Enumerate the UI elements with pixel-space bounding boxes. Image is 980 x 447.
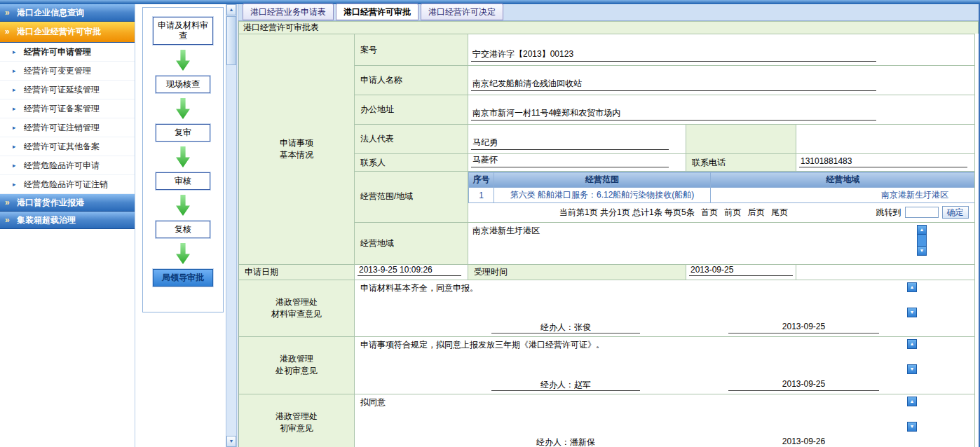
sidebar-item-license-filing[interactable]: ▸ 经营许可证备案管理 [0,99,135,118]
opinion-label-first-review: 港政管理 处初审意见 [239,336,355,394]
sidebar-group-cargo-report[interactable]: » 港口普货作业报港 [0,194,135,212]
down-arrow-icon [176,243,190,264]
scroll-down-icon[interactable]: ▼ [226,436,236,447]
scroll-down-icon[interactable]: ▼ [917,246,927,256]
tab-application-form[interactable]: 港口经营业务申请表 [243,4,334,20]
sidebar-item-license-other-filing[interactable]: ▸ 经营许可证其他备案 [0,137,135,156]
opinion-cell-initial-review: 拟同意 ▲ ▼ 经办人：潘新保 2013-09-26 [355,394,975,447]
operator-name: 经办人：潘新保 [491,436,640,447]
scroll-up-icon[interactable]: ▲ [226,4,236,15]
scroll-down-icon[interactable]: ▼ [907,308,917,317]
legal-rep-cell: 马纪勇 [468,125,686,154]
sidebar-item-license-cancel[interactable]: ▸ 经营许可证注销管理 [0,118,135,137]
tab-license-approval[interactable]: 港口经营许可审批 [336,4,418,20]
accept-time-cell: 2013-09-25 [686,264,796,280]
scroll-up-icon[interactable]: ▲ [907,282,917,292]
approval-form: 申请事项 基本情况 案号 宁交港许字【2013】00123 申请人名称 南京纪发… [238,34,975,447]
workflow-step-recheck[interactable]: 复核 [156,221,210,238]
scope-row-scope: 第六类 船舶港口服务：6.12船舶污染物接收(船舶) [494,188,711,203]
applicant-field[interactable]: 南京纪发船舶清仓残油回收站 [471,78,876,91]
jump-confirm-button[interactable]: 确定 [942,206,969,219]
jump-page-input[interactable] [905,207,939,218]
area-scrollbar[interactable]: ▲ ▼ [917,225,927,256]
case-no-field[interactable]: 宁交港许字【2013】00123 [471,48,876,62]
sidebar-item-license-change[interactable]: ▸ 经营许可变更管理 [0,62,135,81]
sidebar-group-label: 港口企业经营许可审批 [17,27,101,36]
scroll-up-icon[interactable]: ▲ [917,225,927,235]
sidebar-group-label: 港口企业信息查询 [17,8,84,18]
sidebar-item-label: 经营许可证注销管理 [24,123,100,132]
sidebar-item-label: 经营许可申请管理 [24,47,91,57]
opinion-label-initial-review: 港政管理处 初审意见 [239,394,355,447]
sidebar-item-label: 经营许可变更管理 [24,66,91,76]
opinion-textarea[interactable]: 拟同意 [360,397,969,408]
apply-date-field[interactable]: 2013-9-25 10:09:26 [358,265,461,276]
empty-value-cell [796,125,975,154]
sidebar-item-danger-license-cancel[interactable]: ▸ 经营危险品许可证注销 [0,175,135,194]
field-label-scope-area: 经营范围/地域 [355,172,468,223]
scroll-up-icon[interactable]: ▲ [907,397,917,406]
workflow-step-material-review[interactable]: 申请及材料审查 [153,17,213,45]
phone-cell: 13101881483 [796,154,975,172]
phone-field[interactable]: 13101881483 [799,156,967,167]
workflow-step-audit[interactable]: 审核 [156,172,210,190]
legal-rep-field[interactable]: 马纪勇 [471,137,669,150]
menu-group-icon: » [5,212,10,228]
sidebar: » 港口企业信息查询 » 港口企业经营许可审批 ▸ 经营许可申请管理 ▸ 经营许… [0,4,135,447]
opinion-textarea[interactable]: 申请事项符合规定，拟同意上报发放三年期《港口经营许可证》。 [360,339,969,351]
operator-name: 经办人：张俊 [491,322,640,333]
opinion-scrollbar[interactable]: ▲ ▼ [907,397,917,432]
accept-time-field[interactable]: 2013-09-25 [689,265,793,276]
scrollbar-track[interactable] [907,349,917,364]
triangle-bullet-icon: ▸ [13,81,16,99]
operator-line: 经办人：赵军 2013-09-25 [355,379,974,392]
operator-date: 2013-09-26 [728,436,879,447]
scrollbar-thumb[interactable] [917,235,927,246]
main-content: 港口经营业务申请表 港口经营许可审批 港口经营许可决定 港口经营许可审批表 申请… [238,4,980,447]
menu-group-icon: » [5,4,10,21]
app-window: » 港口企业信息查询 » 港口企业经营许可审批 ▸ 经营许可申请管理 ▸ 经营许… [0,0,980,447]
scope-table-cell: 序号 经营范围 经营地域 1 第六类 船舶港口服务：6.12船舶污染物接收(船舶… [468,172,975,223]
scroll-up-icon[interactable]: ▲ [907,339,917,349]
sidebar-item-license-apply[interactable]: ▸ 经营许可申请管理 [0,43,135,62]
field-label-legal-rep: 法人代表 [355,125,468,154]
tab-license-decision[interactable]: 港口经营许可决定 [421,4,503,20]
menu-group-icon: » [5,22,10,42]
workflow-panel: 申请及材料审查 现场核查 复审 审核 复核 局领导审批 [142,7,224,312]
address-field[interactable]: 南京市新河一村11号4幢郑和农贸市场内 [471,107,876,121]
scrollbar-track[interactable] [907,406,917,422]
down-arrow-icon [176,195,190,216]
workflow-step-leader-approval[interactable]: 局领导审批 [153,269,213,287]
scope-table-row[interactable]: 1 第六类 船舶港口服务：6.12船舶污染物接收(船舶) 南京港新生圩港区 [469,188,975,203]
pagination-first-link[interactable]: 首页 [701,207,718,217]
applicant-cell: 南京纪发船舶清仓残油回收站 [468,66,975,95]
empty-cell [796,264,975,280]
opinion-textarea[interactable]: 申请材料基本齐全，同意申报。 [360,282,969,294]
opinion-scrollbar[interactable]: ▲ ▼ [907,339,917,374]
pagination-last-link[interactable]: 尾页 [771,207,788,217]
sidebar-group-container-overload[interactable]: » 集装箱超载治理 [0,212,135,229]
sidebar-item-label: 经营许可证其他备案 [24,142,100,151]
opinion-scrollbar[interactable]: ▲ ▼ [907,282,917,317]
pagination-prev-link[interactable]: 前页 [724,207,741,217]
scroll-down-icon[interactable]: ▼ [907,422,917,432]
pagination-next-link[interactable]: 后页 [748,207,765,217]
vertical-scrollbar[interactable]: ▲ ▼ [226,4,237,447]
sidebar-item-license-extension[interactable]: ▸ 经营许可证延续管理 [0,81,135,99]
sidebar-group-label: 集装箱超载治理 [17,215,76,225]
operator-name: 经办人：赵军 [491,379,640,391]
opinion-label-material-review: 港政管理处 材料审查意见 [239,280,355,336]
sidebar-item-danger-license-apply[interactable]: ▸ 经营危险品许可申请 [0,156,135,175]
area-textarea[interactable]: 南京港新生圩港区 [472,225,970,237]
workflow-step-re-review[interactable]: 复审 [156,124,210,142]
scroll-down-icon[interactable]: ▼ [907,364,917,374]
triangle-bullet-icon: ▸ [13,62,16,80]
scrollbar-thumb[interactable] [226,16,236,65]
scope-header-no: 序号 [469,172,494,188]
sidebar-group-license-approval[interactable]: » 港口企业经营许可审批 [0,22,135,43]
workflow-step-site-check[interactable]: 现场核查 [156,76,210,93]
sidebar-group-enterprise-info[interactable]: » 港口企业信息查询 [0,4,135,22]
down-arrow-icon [176,146,190,167]
contact-field[interactable]: 马菱怀 [471,154,669,167]
scrollbar-track[interactable] [907,292,917,308]
